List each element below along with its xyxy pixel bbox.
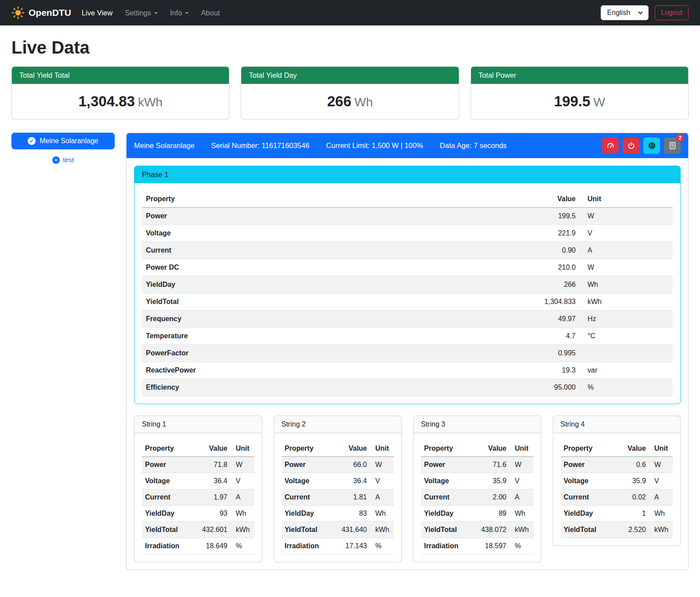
table-row: PowerFactor0.995 [142, 345, 673, 362]
column-header: Property [421, 441, 471, 457]
property-cell: PowerFactor [142, 345, 403, 362]
string-body: PropertyValueUnitPower0.6WVoltage35.9VCu… [553, 433, 681, 546]
property-cell: YieldTotal [142, 522, 192, 538]
unit-cell: % [370, 538, 394, 554]
unit-cell: Hz [580, 311, 673, 328]
unit-cell: V [649, 473, 673, 489]
inverter-select-button[interactable]: ✓ Meine Solaranlage [11, 133, 115, 149]
unit-cell: kWh [231, 522, 254, 538]
value-cell: 0.995 [403, 345, 580, 362]
property-cell: YieldTotal [561, 522, 615, 538]
property-cell: Current [142, 242, 403, 259]
value-cell: 438.072 [471, 522, 509, 538]
unit-cell: kWh [510, 522, 533, 538]
value-cell: 210.0 [403, 259, 580, 276]
value-cell: 0.90 [403, 242, 580, 259]
unit-cell: W [231, 457, 254, 473]
value-cell: 0.6 [615, 457, 649, 473]
property-cell: YieldDay [142, 276, 403, 293]
phase-1-card: Phase 1 PropertyValueUnitPower199.5WVolt… [134, 166, 681, 404]
table-row: Power199.5W [142, 208, 673, 225]
nav-item-info[interactable]: Info [164, 5, 195, 21]
table-row: Power66.0W [282, 457, 394, 473]
brand[interactable]: OpenDTU [11, 6, 71, 19]
table-row: Irradiation17.143% [282, 538, 394, 554]
nav-item-settings[interactable]: Settings [119, 5, 164, 21]
card-title: Total Power [471, 67, 688, 84]
table-header-row: PropertyValueUnit [561, 441, 673, 457]
nav-item-live-view[interactable]: Live View [76, 5, 119, 21]
property-cell: Power [282, 457, 331, 473]
inverter-sidebar: ✓ Meine Solaranlage ✕ test [11, 133, 115, 164]
column-header: Property [142, 191, 403, 208]
nav-item-info-label: Info [170, 9, 182, 17]
column-header: Value [331, 441, 370, 457]
table-row: Power71.6W [421, 457, 533, 473]
property-cell: Current [142, 489, 192, 506]
column-header: Value [471, 441, 509, 457]
table-row: Efficiency95.000% [142, 379, 673, 396]
property-cell: Current [561, 489, 615, 506]
unit-cell: kWh [370, 522, 394, 538]
string-title: String 3 [413, 416, 541, 433]
value-cell: 4.7 [403, 328, 580, 345]
string-body: PropertyValueUnitPower66.0WVoltage36.4VC… [274, 433, 402, 562]
table-row: YieldTotal438.072kWh [421, 522, 533, 538]
unit-cell: kWh [580, 293, 673, 311]
unit-cell: Wh [649, 506, 673, 522]
property-cell: YieldTotal [421, 522, 471, 538]
unit-cell: % [231, 538, 254, 554]
table-row: Power0.6W [561, 457, 673, 473]
string-1-table: PropertyValueUnitPower71.8WVoltage36.4VC… [142, 441, 254, 554]
card-value-row: 1,304.83kWh [12, 84, 229, 119]
nav-item-about[interactable]: About [195, 5, 226, 21]
unit-cell: W [510, 457, 533, 473]
value-cell: 2.00 [471, 489, 509, 506]
column-header: Unit [649, 441, 673, 457]
unit-cell: % [510, 538, 533, 554]
card-unit: W [593, 95, 605, 109]
value-cell: 1,304.833 [403, 293, 580, 311]
table-row: Frequency49.97Hz [142, 311, 673, 328]
value-cell: 1 [615, 506, 649, 522]
table-row: YieldTotal431.640kWh [282, 522, 394, 538]
property-cell: Frequency [142, 311, 403, 328]
inverter-serial: Serial Number: 116171603546 [211, 141, 310, 150]
property-cell: Voltage [282, 473, 331, 489]
property-cell: ReactivePower [142, 362, 403, 379]
power-toggle-button[interactable] [623, 137, 639, 154]
value-cell: 0.02 [615, 489, 649, 506]
language-select-value: English [607, 9, 630, 17]
language-select[interactable]: English [601, 5, 649, 20]
unit-cell: A [649, 489, 673, 506]
property-cell: Voltage [142, 473, 192, 489]
event-log-button[interactable]: 2 [664, 137, 681, 154]
cpu-icon [648, 141, 656, 150]
device-info-button[interactable] [643, 137, 660, 154]
unit-cell: W [580, 259, 673, 276]
string-4-card: String 4 PropertyValueUnitPower0.6WVolta… [553, 416, 681, 546]
inverter-panel-body: Phase 1 PropertyValueUnitPower199.5WVolt… [127, 158, 688, 570]
page-container: Live Data Total Yield Total 1,304.83kWh … [0, 25, 700, 582]
logout-button[interactable]: Logout [655, 5, 689, 20]
table-row: YieldTotal1,304.833kWh [142, 293, 673, 311]
x-circle-icon: ✕ [52, 156, 60, 164]
property-cell: YieldDay [561, 506, 615, 522]
inverter-item-test[interactable]: ✕ test [11, 156, 115, 164]
value-cell: 1.81 [331, 489, 370, 506]
string-2-card: String 2 PropertyValueUnitPower66.0WVolt… [274, 416, 402, 562]
limit-settings-button[interactable] [602, 137, 619, 154]
phase-title: Phase 1 [134, 166, 680, 183]
value-cell: 71.8 [192, 457, 230, 473]
property-cell: YieldDay [421, 506, 471, 522]
property-cell: Power [142, 208, 403, 225]
unit-cell: A [580, 242, 673, 259]
table-header-row: PropertyValueUnit [421, 441, 533, 457]
table-row: ReactivePower19.3var [142, 362, 673, 379]
property-cell: Voltage [142, 225, 403, 242]
column-header: Unit [510, 441, 533, 457]
inverter-select-label: Meine Solaranlage [40, 137, 98, 145]
unit-cell: Wh [370, 506, 394, 522]
value-cell: 93 [192, 506, 230, 522]
value-cell: 36.4 [331, 473, 370, 489]
